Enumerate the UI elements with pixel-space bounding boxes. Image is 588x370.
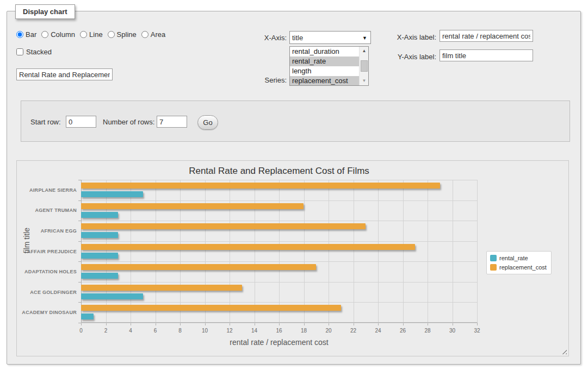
bar-replacement_cost[interactable] xyxy=(81,203,304,209)
scroll-up-icon[interactable]: ▲ xyxy=(360,47,369,55)
x-tick-label: 22 xyxy=(343,328,364,334)
category-label: AFFAIR PREJUDICE xyxy=(17,249,77,254)
chart-type-label: Area xyxy=(151,30,165,39)
series-options: rental_durationrental_ratelengthreplacem… xyxy=(290,47,359,85)
x-tick-label: 24 xyxy=(367,328,389,334)
chart-type-label: Bar xyxy=(26,30,36,39)
x-tick-label: 18 xyxy=(293,328,315,334)
x-axis-label-input[interactable] xyxy=(440,30,533,42)
x-tick-label: 8 xyxy=(169,328,191,334)
series-caption: Series: xyxy=(253,76,287,84)
gridline-horizontal xyxy=(81,180,477,180)
gridline-horizontal xyxy=(81,200,477,201)
gridline-horizontal xyxy=(81,302,477,303)
x-axis-tick xyxy=(477,323,478,325)
gridline-horizontal xyxy=(81,241,477,242)
y-axis-label-input[interactable] xyxy=(440,49,533,61)
x-axis-title: rental rate / replacement cost xyxy=(81,338,477,347)
x-tick-label: 2 xyxy=(95,328,117,334)
gridline-horizontal xyxy=(81,221,477,221)
gridline-vertical xyxy=(255,180,255,323)
gridline-vertical xyxy=(403,180,404,323)
series-option-rental_duration[interactable]: rental_duration xyxy=(290,47,359,57)
x-tick-label: 32 xyxy=(466,328,488,334)
chart-type-radio-bar[interactable] xyxy=(16,31,23,38)
chart-type-label: Line xyxy=(89,30,103,39)
bar-rental_rate[interactable] xyxy=(81,191,143,197)
gridline-horizontal xyxy=(81,323,477,323)
category-label: AIRPLANE SIERRA xyxy=(17,187,77,193)
legend-item-replacement_cost[interactable]: replacement_cost xyxy=(490,264,547,271)
chart-type-area[interactable]: Area xyxy=(141,30,165,39)
number-of-rows-input[interactable] xyxy=(157,116,187,128)
bar-replacement_cost[interactable] xyxy=(81,244,415,250)
chart-type-bar[interactable]: Bar xyxy=(16,30,36,39)
x-tick-label: 4 xyxy=(120,328,141,334)
chart-title: Rental Rate and Replacement Cost of Film… xyxy=(81,166,477,177)
x-tick-label: 30 xyxy=(442,328,463,334)
chart-type-radio-spline[interactable] xyxy=(108,31,115,38)
chart-type-column[interactable]: Column xyxy=(41,30,75,39)
bar-rental_rate[interactable] xyxy=(81,273,118,279)
bar-rental_rate[interactable] xyxy=(81,212,118,218)
x-tick-label: 6 xyxy=(145,328,166,334)
bar-rental_rate[interactable] xyxy=(81,313,94,319)
x-axis-caption: X-Axis: xyxy=(253,34,287,42)
chart-type-label: Spline xyxy=(117,30,137,39)
resize-grip-icon[interactable] xyxy=(561,348,567,354)
go-button[interactable]: Go xyxy=(197,115,218,130)
gridline-vertical xyxy=(156,180,156,323)
series-scrollbar[interactable]: ▲ ▼ xyxy=(359,47,368,85)
category-label: ACADEMY DINOSAUR xyxy=(17,310,77,315)
rows-panel: Start row: Number of rows: Go xyxy=(21,101,570,142)
legend-item-rental_rate[interactable]: rental_rate xyxy=(490,255,547,261)
bar-replacement_cost[interactable] xyxy=(81,285,242,291)
gridline-vertical xyxy=(329,180,329,323)
bar-replacement_cost[interactable] xyxy=(81,183,440,189)
scroll-down-icon[interactable]: ▼ xyxy=(360,77,369,85)
page: Display chart BarColumnLineSplineArea St… xyxy=(0,0,588,370)
chart-type-radio-line[interactable] xyxy=(80,31,87,38)
series-listbox[interactable]: rental_durationrental_ratelengthreplacem… xyxy=(289,46,369,86)
gridline-vertical xyxy=(477,180,478,323)
legend-swatch-replacement_cost xyxy=(490,264,497,271)
chart-title-input[interactable] xyxy=(16,68,113,80)
y-axis-tick xyxy=(78,323,81,323)
series-option-replacement_cost[interactable]: replacement_cost xyxy=(290,76,359,86)
series-option-rental_rate[interactable]: rental_rate xyxy=(290,57,359,66)
x-tick-label: 14 xyxy=(244,328,265,334)
x-tick-label: 20 xyxy=(318,328,339,334)
legend-label: rental_rate xyxy=(499,255,528,261)
bar-rental_rate[interactable] xyxy=(81,253,118,259)
stacked-checkbox[interactable] xyxy=(16,48,23,55)
bar-replacement_cost[interactable] xyxy=(81,264,316,270)
chart-type-radio-group: BarColumnLineSplineArea xyxy=(16,30,165,39)
gridline-vertical xyxy=(279,180,280,323)
chart-type-radio-area[interactable] xyxy=(141,31,148,38)
series-option-length[interactable]: length xyxy=(290,66,359,76)
x-axis-line xyxy=(81,322,477,323)
scrollbar-thumb[interactable] xyxy=(361,60,368,72)
gridline-vertical xyxy=(230,180,230,323)
chart-container: Rental Rate and Replacement Cost of Film… xyxy=(16,160,569,356)
start-row-input[interactable] xyxy=(66,116,96,128)
bar-replacement_cost[interactable] xyxy=(81,223,366,229)
gridline-vertical xyxy=(428,180,428,323)
chevron-down-icon: ▼ xyxy=(362,35,367,41)
chart-type-radio-column[interactable] xyxy=(41,31,48,38)
x-axis-select[interactable]: title ▼ xyxy=(289,31,371,44)
bar-replacement_cost[interactable] xyxy=(81,305,341,311)
gridline-vertical xyxy=(131,180,131,323)
bar-rental_rate[interactable] xyxy=(81,293,143,299)
x-tick-label: 10 xyxy=(194,328,216,334)
x-tick-label: 16 xyxy=(268,328,290,334)
stacked-row: Stacked xyxy=(16,48,52,56)
legend-swatch-rental_rate xyxy=(490,255,497,261)
chart-type-spline[interactable]: Spline xyxy=(108,30,137,39)
category-label: ADAPTATION HOLES xyxy=(17,269,77,274)
bar-rental_rate[interactable] xyxy=(81,232,118,238)
category-label: ACE GOLDFINGER xyxy=(17,290,77,295)
x-tick-label: 12 xyxy=(219,328,240,334)
chart-type-line[interactable]: Line xyxy=(80,30,103,39)
x-tick-label: 28 xyxy=(417,328,438,334)
